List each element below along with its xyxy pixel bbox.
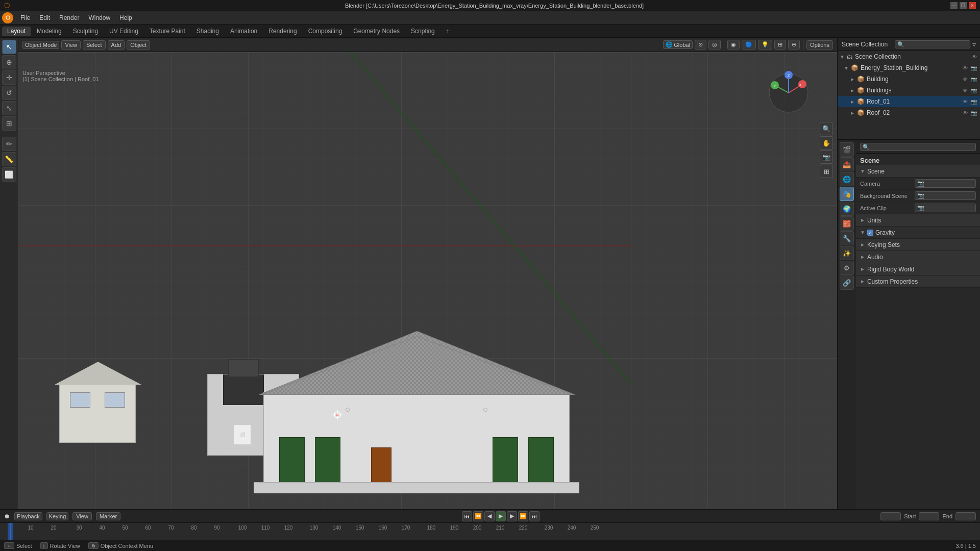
pan-btn[interactable]: ✋: [820, 136, 833, 149]
outliner-item-scene-collection[interactable]: ▼ 🗂 Scene Collection 👁: [838, 51, 980, 62]
tool-annotate[interactable]: ✏: [2, 137, 16, 151]
tab-sculpting[interactable]: Sculpting: [68, 27, 103, 36]
tab-scripting[interactable]: Scripting: [406, 27, 440, 36]
rigid-body-world-header[interactable]: ► Rigid Body World: [856, 263, 980, 276]
playback-select[interactable]: Playback: [14, 512, 42, 520]
next-keyframe-btn[interactable]: ⏩: [518, 511, 528, 521]
vis-building[interactable]: 👁: [962, 77, 969, 82]
current-frame-input[interactable]: 1: [880, 512, 901, 520]
visibility-btn[interactable]: 👁: [971, 54, 978, 60]
background-scene-value[interactable]: 📷: [915, 191, 976, 200]
play-btn[interactable]: ▶: [496, 511, 506, 521]
tab-shading[interactable]: Shading: [191, 27, 224, 36]
mode-selector[interactable]: Object Mode: [22, 41, 59, 49]
close-button[interactable]: ✕: [969, 2, 976, 9]
vis-buildings[interactable]: 👁: [962, 88, 969, 93]
outliner-item-buildings[interactable]: ► 📦 Buildings 👁 📷: [838, 85, 980, 96]
active-clip-value[interactable]: 📷: [915, 204, 976, 212]
gravity-checkbox[interactable]: ✓: [867, 230, 873, 236]
viewport-shading-solid[interactable]: ◉: [727, 40, 740, 49]
object-menu[interactable]: Object: [127, 40, 150, 49]
tool-rotate[interactable]: ↺: [2, 86, 16, 100]
prev-frame-btn[interactable]: ◀: [484, 511, 495, 521]
units-section-header[interactable]: ► Units: [856, 214, 980, 227]
outliner-item-roof02[interactable]: ► 📦 Roof_02 👁 📷: [838, 107, 980, 118]
snap-btn[interactable]: ⊙: [695, 40, 706, 49]
vis-roof02[interactable]: 👁: [962, 110, 969, 116]
outliner-item-roof01[interactable]: ► 📦 Roof_01 👁 📷: [838, 96, 980, 107]
prop-tab-scene[interactable]: 🎭: [840, 187, 854, 201]
camera-value[interactable]: 📷: [915, 179, 976, 188]
jump-start-btn[interactable]: ⏮: [462, 511, 472, 521]
blender-logo-icon[interactable]: ⬡: [2, 12, 13, 23]
transform-selector[interactable]: 🌐 Global: [663, 40, 693, 49]
tool-add-cube[interactable]: ⬜: [2, 167, 16, 182]
tab-animation[interactable]: Animation: [225, 27, 262, 36]
minimize-button[interactable]: —: [950, 2, 958, 9]
proportional-btn[interactable]: ◎: [708, 40, 721, 49]
keying-select[interactable]: Keying: [46, 512, 69, 520]
menu-render[interactable]: Render: [55, 13, 83, 22]
outliner-item-building[interactable]: ► 📦 Building 👁 📷: [838, 73, 980, 85]
restore-button[interactable]: ❐: [960, 2, 967, 9]
gravity-section-header[interactable]: ▼ ✓ Gravity: [856, 227, 980, 239]
prop-tab-physics[interactable]: ⚙: [840, 261, 854, 275]
scene-section-header[interactable]: ▼ Scene: [856, 165, 980, 178]
add-menu[interactable]: Add: [108, 40, 125, 49]
prev-keyframe-btn[interactable]: ⏪: [473, 511, 483, 521]
menu-window[interactable]: Window: [84, 13, 114, 22]
viewport-shading-material[interactable]: 🔵: [742, 40, 756, 49]
menu-file[interactable]: File: [16, 13, 34, 22]
audio-section-header[interactable]: ► Audio: [856, 251, 980, 263]
viewport-shading-render[interactable]: 💡: [758, 40, 772, 49]
jump-end-btn[interactable]: ⏭: [529, 511, 540, 521]
tab-compositing[interactable]: Compositing: [303, 27, 348, 36]
navigation-gizmo[interactable]: X Y Z: [766, 70, 812, 116]
render-buildings[interactable]: 📷: [970, 88, 978, 93]
tab-geometry-nodes[interactable]: Geometry Nodes: [348, 27, 405, 36]
prop-tab-constraints[interactable]: 🔗: [840, 276, 854, 290]
marker-btn[interactable]: Marker: [96, 512, 120, 520]
collection-view-btn[interactable]: ⊞: [820, 165, 833, 178]
timeline-ruler[interactable]: 1 10 20 30 40 50 60 70 80 90 100 110 120…: [0, 523, 980, 540]
tool-select[interactable]: ↖: [2, 40, 16, 54]
custom-props-header[interactable]: ► Custom Properties: [856, 276, 980, 288]
tool-measure[interactable]: 📏: [2, 152, 16, 166]
view-menu[interactable]: View: [61, 40, 81, 49]
render-building[interactable]: 📷: [970, 77, 978, 82]
properties-search[interactable]: [860, 143, 976, 151]
outliner-search[interactable]: [895, 40, 970, 48]
next-frame-btn[interactable]: ▶: [507, 511, 517, 521]
prop-tab-view-layer[interactable]: 🌐: [840, 172, 854, 186]
vis-roof01[interactable]: 👁: [962, 99, 969, 105]
view-btn[interactable]: View: [72, 512, 92, 520]
vis-energy[interactable]: 👁: [962, 65, 969, 71]
start-frame-input[interactable]: 1: [919, 512, 939, 520]
tab-uv-editing[interactable]: UV Editing: [104, 27, 143, 36]
tool-cursor[interactable]: ⊕: [2, 55, 16, 69]
prop-tab-output[interactable]: 📤: [840, 157, 854, 171]
tab-texture-paint[interactable]: Texture Paint: [144, 27, 190, 36]
end-frame-input[interactable]: 250: [955, 512, 976, 520]
tab-add[interactable]: +: [441, 27, 455, 36]
menu-help[interactable]: Help: [115, 13, 136, 22]
outliner-item-energy-station[interactable]: ▼ 📦 Energy_Station_Building 👁 📷: [838, 62, 980, 73]
viewport[interactable]: Object Mode View Select Add Object 🌐 Glo…: [18, 38, 837, 535]
tool-scale[interactable]: ⤡: [2, 101, 16, 115]
select-menu[interactable]: Select: [83, 40, 106, 49]
tab-modeling[interactable]: Modeling: [32, 27, 67, 36]
prop-tab-object[interactable]: 🧱: [840, 216, 854, 231]
render-roof02[interactable]: 📷: [970, 110, 978, 116]
zoom-in-btn[interactable]: 🔍: [820, 122, 833, 135]
prop-tab-render[interactable]: 🎬: [840, 142, 854, 157]
prop-tab-particles[interactable]: ✨: [840, 246, 854, 260]
tab-rendering[interactable]: Rendering: [263, 27, 302, 36]
tool-move[interactable]: ✛: [2, 70, 16, 85]
tab-layout[interactable]: Layout: [2, 27, 31, 36]
menu-edit[interactable]: Edit: [35, 13, 54, 22]
viewport-overlays[interactable]: ⊞: [774, 40, 786, 49]
outliner-filter-icon[interactable]: ▿: [972, 40, 976, 48]
viewport-gizmo[interactable]: ⊕: [788, 40, 800, 49]
render-roof01[interactable]: 📷: [970, 99, 978, 105]
render-energy[interactable]: 📷: [970, 65, 978, 71]
